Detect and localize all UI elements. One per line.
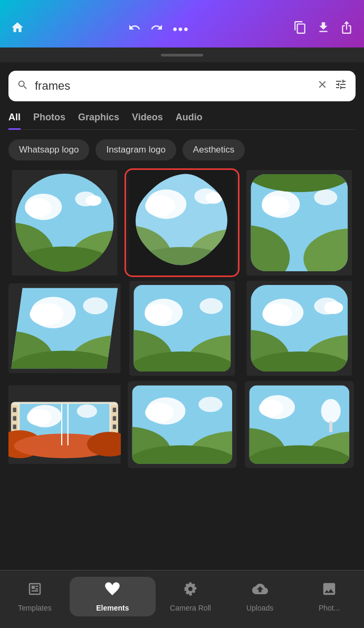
suggestion-chips: Whatsapp logo Instagram logo Aesthetics	[8, 139, 356, 160]
notch-indicator	[161, 54, 203, 56]
nav-item-camera[interactable]: Camera Roll	[156, 581, 225, 612]
nav-item-photos[interactable]: Phot...	[294, 581, 364, 612]
download-icon[interactable]	[317, 21, 330, 37]
frame-thumb-square-1[interactable]	[126, 381, 238, 468]
photos-label: Phot...	[319, 604, 340, 612]
duplicate-icon[interactable]	[293, 21, 307, 37]
tab-graphics[interactable]: Graphics	[78, 112, 119, 129]
undo-icon[interactable]	[128, 21, 141, 37]
elements-label: Elements	[96, 604, 129, 612]
top-bar: •••	[0, 0, 364, 47]
svg-point-34	[83, 298, 108, 315]
frame-thumb-tall[interactable]	[243, 381, 356, 468]
svg-point-51	[263, 303, 292, 325]
share-icon[interactable]	[340, 21, 353, 37]
notch-bar	[0, 47, 364, 62]
home-icon[interactable]	[11, 21, 24, 37]
clear-search-icon[interactable]	[317, 79, 328, 93]
main-content: All Photos Graphics Videos Audio Whatsap…	[0, 62, 364, 581]
svg-rect-66	[113, 416, 116, 421]
search-icon	[17, 79, 28, 93]
svg-point-25	[314, 189, 338, 205]
svg-point-83	[198, 397, 222, 412]
top-bar-left-icons	[11, 21, 24, 37]
photos-icon	[321, 581, 337, 601]
svg-rect-93	[329, 421, 332, 432]
camera-icon	[183, 581, 198, 601]
search-input[interactable]	[35, 79, 310, 93]
frame-thumb-film[interactable]	[8, 381, 121, 468]
image-grid	[8, 170, 356, 468]
svg-point-43	[199, 298, 223, 314]
nav-item-templates[interactable]: Templates	[0, 581, 70, 612]
svg-point-82	[145, 403, 174, 422]
svg-point-71	[27, 409, 52, 426]
frame-thumb-rounded-2[interactable]	[126, 281, 238, 376]
templates-label: Templates	[18, 604, 52, 612]
top-bar-center-icons: •••	[128, 21, 189, 37]
svg-point-91	[259, 399, 283, 417]
svg-rect-61	[13, 416, 16, 421]
tab-videos[interactable]: Videos	[132, 112, 163, 129]
svg-point-92	[321, 399, 341, 423]
svg-point-53	[324, 301, 343, 314]
bottom-nav: Templates Elements Camera Roll Uploads	[0, 570, 364, 628]
svg-point-6	[85, 195, 101, 206]
chip-instagram[interactable]: Instagram logo	[95, 139, 176, 160]
svg-point-42	[145, 304, 172, 324]
tab-photos[interactable]: Photos	[33, 112, 65, 129]
elements-icon	[104, 581, 120, 601]
more-icon[interactable]: •••	[173, 22, 189, 36]
tab-all[interactable]: All	[8, 112, 21, 130]
frame-thumb-blob[interactable]	[126, 170, 238, 275]
tab-audio[interactable]: Audio	[176, 112, 203, 129]
frame-thumb-tilt[interactable]	[8, 281, 121, 376]
redo-icon[interactable]	[150, 21, 163, 37]
chip-whatsapp[interactable]: Whatsapp logo	[8, 139, 89, 160]
frame-thumb-rounded-1[interactable]	[243, 170, 356, 275]
templates-icon	[27, 581, 43, 601]
chip-aesthetics[interactable]: Aesthetics	[183, 139, 245, 160]
svg-point-24	[262, 196, 290, 216]
svg-rect-60	[13, 408, 16, 413]
top-bar-right-icons	[293, 21, 353, 37]
svg-point-33	[30, 303, 63, 326]
camera-label: Camera Roll	[170, 604, 211, 612]
svg-rect-62	[13, 425, 16, 430]
svg-point-4	[25, 198, 51, 217]
frame-thumb-rounded-3[interactable]	[243, 281, 356, 376]
uploads-label: Uploads	[246, 604, 273, 612]
svg-point-72	[77, 404, 97, 418]
search-bar[interactable]	[8, 71, 356, 101]
frame-thumb-circle[interactable]	[8, 170, 121, 275]
svg-rect-65	[113, 408, 116, 413]
svg-rect-67	[113, 425, 116, 430]
nav-item-elements[interactable]: Elements	[70, 577, 156, 616]
uploads-icon	[252, 581, 268, 601]
category-tabs: All Photos Graphics Videos Audio	[8, 112, 356, 130]
nav-item-uploads[interactable]: Uploads	[225, 581, 295, 612]
filter-icon[interactable]	[334, 78, 347, 94]
